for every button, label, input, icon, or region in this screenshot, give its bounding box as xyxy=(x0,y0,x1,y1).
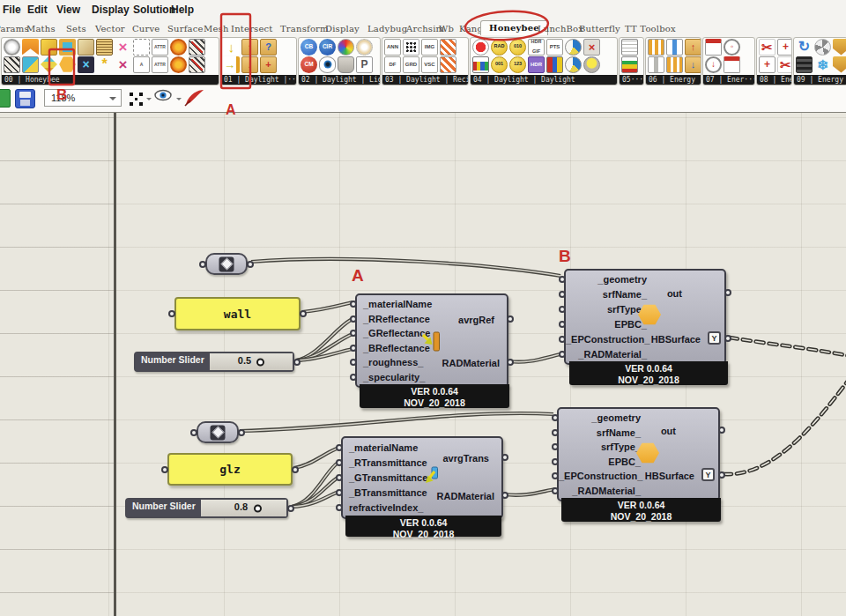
output-out[interactable]: out xyxy=(667,288,682,299)
blue-x-icon[interactable]: × xyxy=(78,56,94,73)
menu-view[interactable]: View xyxy=(56,4,80,16)
hatch-arrow-icon[interactable] xyxy=(189,56,205,73)
pie-chart-icon[interactable] xyxy=(565,39,582,56)
geometry-param-bottom[interactable] xyxy=(197,421,239,443)
funnel-icon[interactable]: Y xyxy=(708,331,721,345)
tab-intersect[interactable]: Intersect xyxy=(231,24,273,33)
attributes-cube-icon[interactable]: ATTR xyxy=(152,56,168,73)
shield2-icon[interactable] xyxy=(833,56,846,73)
chevron-down-icon[interactable] xyxy=(146,98,152,103)
input-materialname[interactable]: _materialName xyxy=(357,299,507,309)
shield-icon[interactable] xyxy=(833,39,846,56)
scissors2-icon[interactable]: ✂ xyxy=(777,56,792,73)
chevron-down-icon[interactable] xyxy=(176,98,182,103)
radiance-sphere-icon[interactable] xyxy=(170,39,187,56)
input-radmaterial[interactable]: _RADMaterial_ xyxy=(566,349,724,360)
tab-display[interactable]: Display xyxy=(325,24,360,33)
read-binary-icon[interactable]: 010 xyxy=(509,39,526,56)
input-epbc[interactable]: EPBC_ xyxy=(559,456,718,467)
df-recipe-icon[interactable]: DF xyxy=(384,56,401,73)
snowflake-icon[interactable]: ❄ xyxy=(814,56,831,73)
input-srfname[interactable]: srfName_ xyxy=(559,427,718,438)
tab-butterfly[interactable]: Butterfly xyxy=(579,24,620,33)
input-epconstruction[interactable]: _EPConstruction_ xyxy=(566,334,724,345)
panel-wall[interactable]: wall xyxy=(174,297,301,330)
gauge-icon[interactable]: ◦ xyxy=(724,39,740,56)
construction-bars-icon[interactable] xyxy=(648,39,664,56)
cir-sky-icon[interactable]: CIR xyxy=(319,39,336,56)
input-specularity[interactable]: _specularity_ xyxy=(357,372,507,382)
output-hbsurface[interactable]: HBSurface xyxy=(645,471,694,481)
zoom-extents-icon[interactable] xyxy=(129,92,144,107)
folder-down-icon[interactable]: ↓ xyxy=(241,56,258,73)
panel-glz[interactable]: glz xyxy=(167,453,293,486)
tab-tt-toolbox[interactable]: TT Toolbox xyxy=(625,24,676,33)
falsecolor-r-icon[interactable] xyxy=(440,56,456,73)
folder-down2-icon[interactable]: ↓ xyxy=(685,56,701,73)
sun-icon[interactable] xyxy=(356,39,373,56)
photometric-icon[interactable]: P xyxy=(356,56,373,73)
layered-diamond-icon[interactable] xyxy=(41,56,57,73)
update-honeybee-icon[interactable] xyxy=(22,39,39,56)
slider-track[interactable]: 0.5 xyxy=(210,353,293,370)
output-avrgtrans[interactable]: avrgTrans xyxy=(442,453,489,464)
yellow-star-icon[interactable]: * xyxy=(96,56,113,73)
menu-file[interactable]: File xyxy=(3,4,21,16)
color-grid-icon[interactable] xyxy=(472,56,489,73)
annual-recipe-icon[interactable]: ANN xyxy=(384,39,401,56)
output-nub[interactable] xyxy=(501,492,508,499)
component-hb-surface-bottom[interactable]: _geometry srfName_ srfType_ EPBC_ _EPCon… xyxy=(557,407,720,501)
folder-query-icon[interactable]: ? xyxy=(260,39,277,56)
output-out[interactable]: out xyxy=(661,426,676,436)
cm-sky-icon[interactable]: CM xyxy=(301,56,317,73)
save-icon[interactable] xyxy=(15,89,35,108)
overlap-squares-icon[interactable] xyxy=(22,56,39,73)
hdr-purple-icon[interactable]: HDR xyxy=(528,56,545,73)
stacked-books-icon[interactable] xyxy=(546,56,563,73)
label-a-box-icon[interactable]: A xyxy=(133,56,150,73)
output-nub[interactable] xyxy=(507,359,514,366)
component-rad-material-glass[interactable]: _materialName _RTransmittance _GTransmit… xyxy=(341,436,503,519)
input-materialname[interactable]: _materialName xyxy=(343,442,501,453)
bulb-icon[interactable] xyxy=(583,56,600,73)
fan-icon[interactable] xyxy=(814,39,831,56)
slider-grip[interactable] xyxy=(256,358,264,366)
preview-eye-icon[interactable] xyxy=(153,88,174,102)
material-bar-icon[interactable] xyxy=(666,39,683,56)
input-geometry[interactable]: _geometry xyxy=(559,412,718,423)
lookup-folder-icon[interactable] xyxy=(96,39,113,56)
rad-glass-material-icon[interactable]: → xyxy=(223,56,240,73)
tab-transform[interactable]: Transform xyxy=(280,24,329,33)
tab-params[interactable]: Params xyxy=(0,24,29,33)
folder-up2-icon[interactable]: ↑ xyxy=(685,39,701,56)
radiance-sphere2-icon[interactable] xyxy=(170,56,187,73)
tab-lunchbox[interactable]: LunchBox xyxy=(538,24,583,33)
slider-grip[interactable] xyxy=(254,504,262,512)
honeybee-honeybee-icon[interactable] xyxy=(41,39,57,56)
honeybee-logo-icon[interactable] xyxy=(4,39,20,56)
grid-recipe-icon[interactable]: GRD xyxy=(403,56,419,73)
red-dot-icon[interactable] xyxy=(472,39,489,56)
rad-opaque-material-icon[interactable]: ↓ xyxy=(223,39,240,56)
input-radmaterial[interactable]: _RADMaterial_ xyxy=(559,486,718,496)
output-nub[interactable] xyxy=(718,427,725,434)
colored-document-icon[interactable] xyxy=(621,56,638,73)
grid-points-icon[interactable] xyxy=(403,39,419,56)
pie-chart2-icon[interactable] xyxy=(565,56,582,73)
loop-arrows-icon[interactable]: ↻ xyxy=(796,39,813,56)
create-hb-surface-hexagon-icon[interactable] xyxy=(59,56,76,73)
hatch-pen-icon[interactable] xyxy=(189,39,205,56)
document-icon[interactable] xyxy=(621,39,638,56)
funnel-icon[interactable]: Y xyxy=(701,468,715,481)
folder-up-icon[interactable]: ↑ xyxy=(241,39,258,56)
number-slider-top[interactable]: Number Slider 0.5 xyxy=(134,352,294,372)
decompose-icon[interactable]: × xyxy=(115,39,131,56)
target-plus-icon[interactable]: + xyxy=(759,56,776,73)
output-radmaterial[interactable]: RADMaterial xyxy=(442,358,500,368)
read-001-icon[interactable]: 001 xyxy=(491,56,508,73)
bars-query-icon[interactable] xyxy=(666,56,683,73)
geometry-param-top[interactable] xyxy=(205,253,248,275)
hdr-gif-icon[interactable]: HDRGIF xyxy=(528,39,545,56)
calendar2-icon[interactable] xyxy=(724,56,740,73)
tab-curve[interactable]: Curve xyxy=(132,24,160,33)
